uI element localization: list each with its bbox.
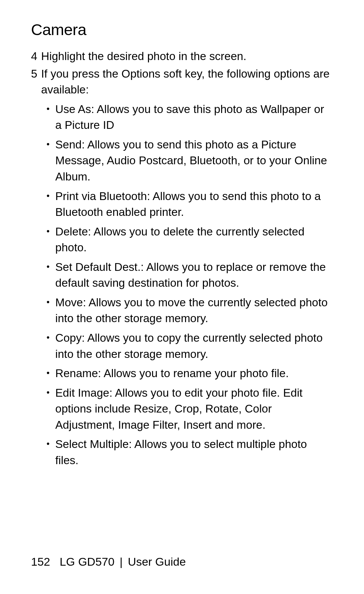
bullet-icon: • xyxy=(47,330,55,362)
bullet-text: Edit Image: Allows you to edit your phot… xyxy=(55,385,334,433)
page-footer: 152 LG GD570 | User Guide xyxy=(31,555,186,568)
list-item: • Set Default Dest.: Allows you to repla… xyxy=(47,259,334,291)
step-text: Highlight the desired photo in the scree… xyxy=(41,48,334,64)
bullet-text: Rename: Allows you to rename your photo … xyxy=(55,365,334,381)
list-item: 4 Highlight the desired photo in the scr… xyxy=(31,48,334,64)
bullet-icon: • xyxy=(47,224,55,256)
bullet-text: Print via Bluetooth: Allows you to send … xyxy=(55,188,334,220)
list-item: • Copy: Allows you to copy the currently… xyxy=(47,330,334,362)
page-title: Camera xyxy=(31,20,334,39)
step-number: 5 xyxy=(31,66,41,98)
bullet-text: Copy: Allows you to copy the currently s… xyxy=(55,330,334,362)
list-item: • Select Multiple: Allows you to select … xyxy=(47,436,334,468)
device-name: LG GD570 xyxy=(60,555,115,568)
list-item: • Send: Allows you to send this photo as… xyxy=(47,137,334,185)
page-number: 152 xyxy=(31,555,50,568)
list-item: • Rename: Allows you to rename your phot… xyxy=(47,365,334,381)
list-item: • Edit Image: Allows you to edit your ph… xyxy=(47,385,334,433)
list-item: • Move: Allows you to move the currently… xyxy=(47,294,334,327)
step-number: 4 xyxy=(31,48,41,64)
bullet-icon: • xyxy=(47,259,55,291)
bullet-text: Set Default Dest.: Allows you to replace… xyxy=(55,259,334,291)
bullet-text: Select Multiple: Allows you to select mu… xyxy=(55,436,334,468)
bullet-text: Move: Allows you to move the currently s… xyxy=(55,294,334,327)
list-item: • Print via Bluetooth: Allows you to sen… xyxy=(47,188,334,220)
bullet-text: Use As: Allows you to save this photo as… xyxy=(55,101,334,133)
doc-title: User Guide xyxy=(128,555,186,568)
bullet-text: Delete: Allows you to delete the current… xyxy=(55,224,334,256)
bullet-icon: • xyxy=(47,137,55,185)
list-item: 5 If you press the Options soft key, the… xyxy=(31,66,334,98)
bullet-text: Send: Allows you to send this photo as a… xyxy=(55,137,334,185)
footer-separator: | xyxy=(120,555,123,568)
page-content: 4 Highlight the desired photo in the scr… xyxy=(31,48,334,469)
bullet-icon: • xyxy=(47,436,55,468)
list-item: • Use As: Allows you to save this photo … xyxy=(47,101,334,133)
list-item: • Delete: Allows you to delete the curre… xyxy=(47,224,334,256)
bullet-icon: • xyxy=(47,385,55,433)
bullet-icon: • xyxy=(47,101,55,133)
step-text: If you press the Options soft key, the f… xyxy=(41,66,334,98)
bullet-icon: • xyxy=(47,365,55,381)
bullet-list: • Use As: Allows you to save this photo … xyxy=(31,101,334,469)
bullet-icon: • xyxy=(47,294,55,327)
bullet-icon: • xyxy=(47,188,55,220)
